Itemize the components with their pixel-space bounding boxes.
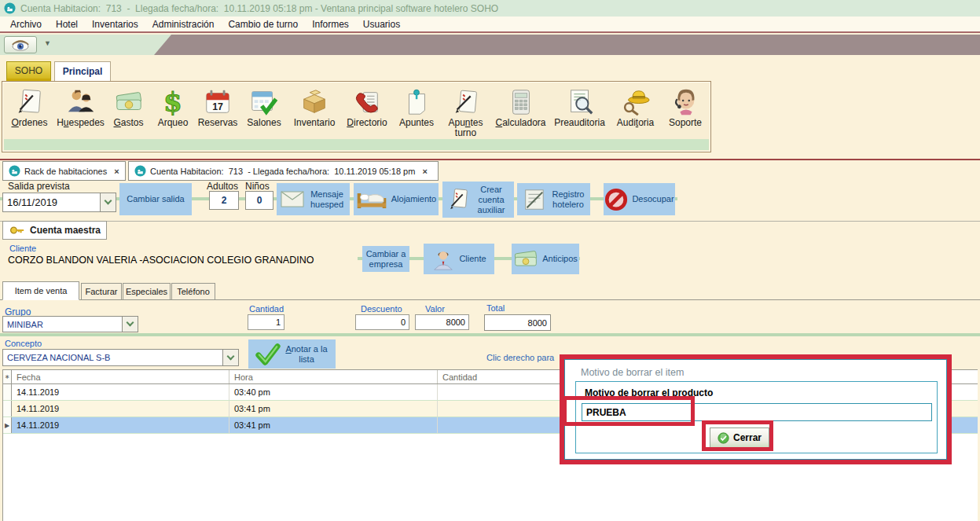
ribbon-button-soporte[interactable]: Soporte [662,84,709,138]
chevron-down-icon[interactable]: ▼ [44,39,51,47]
row-selector-arrow-icon: ▶ [3,417,12,433]
ribbon-tab-principal-label: Principal [63,66,103,77]
cantidad-value: 1 [276,317,281,327]
ribbon-button-gastos[interactable]: Gastos [106,84,151,138]
ribbon-button-reservas[interactable]: 17Reservas [195,84,240,138]
anticipos-button[interactable]: Anticipos [512,244,579,274]
ribbon-tab-principal[interactable]: Principal [54,61,111,81]
cambiar-a-empresa-button[interactable]: Cambiar a empresa [362,246,409,272]
doc-tab-rack-habitaciones[interactable]: Rack de habitaciones × [2,161,126,181]
mensaje-huesped-button[interactable]: Mensaje huesped [277,183,350,215]
cambiar-salida-button[interactable]: Cambiar salida [119,183,192,215]
preaudit-icon [565,86,595,117]
grid-cell[interactable]: 03:41 pm [229,417,438,433]
soho-main-window: Cuenta Habitacion: 713 - Llegada fecha/h… [0,0,980,521]
chevron-down-icon[interactable] [100,193,116,211]
menubar-items: ArchivoHotelInventariosAdministraciónCam… [0,17,980,33]
concepto-combobox[interactable]: CERVEZA NACIONAL S-B [2,349,239,366]
adultos-field[interactable]: 2 [209,191,239,210]
cantidad-label: Cantidad [249,304,284,314]
ribbon-button-label: Directorio [347,118,387,128]
grupo-combobox[interactable]: MINIBAR [2,316,138,332]
desocupar-button[interactable]: Desocupar [604,183,675,215]
valor-input[interactable]: 8000 [415,314,469,330]
menu-item-archivo[interactable]: Archivo [3,17,49,31]
total-input[interactable]: 8000 [484,314,551,331]
ninos-field[interactable]: 0 [245,191,273,210]
menu-item-administracion[interactable]: Administración [145,17,222,31]
cliente-button[interactable]: Cliente [424,244,494,274]
cantidad-input[interactable]: 1 [248,314,284,330]
ribbon-button-apuntes[interactable]: Apuntes [393,84,440,138]
ribbon-button-label: Preauditoria [554,118,605,128]
doc-tab-cuenta-habitacion[interactable]: Cuenta Habitacion: 713 - Llegada fecha/h… [128,161,439,181]
menu-item-cambio-de-turno[interactable]: Cambio de turno [221,17,305,31]
descuento-value: 0 [401,317,406,327]
row-selector [3,401,12,416]
ribbon-button-salones[interactable]: Salones [240,84,288,138]
ninos-value: 0 [257,195,262,206]
ribbon-button-label: Gastos [113,118,143,128]
alojamiento-button[interactable]: Alojamiento [354,183,439,215]
menu-item-informes[interactable]: Informes [305,17,356,31]
concepto-value: CERVEZA NACIONAL S-B [3,353,222,362]
ribbon-button-directorio[interactable]: Directorio [341,84,393,138]
menu-item-inventarios[interactable]: Inventarios [85,17,145,31]
chevron-down-icon[interactable] [122,317,138,332]
ribbon-button-label: Apuntes [399,118,434,128]
tab-cuenta-maestra[interactable]: Cuenta maestra [2,221,107,240]
grid-cell[interactable]: 03:41 pm [229,401,438,416]
salida-prevista-label: Salida prevista [8,181,70,192]
salons-icon [249,86,279,117]
crear-cuenta-auxiliar-button[interactable]: Crear cuenta auxiliar [442,182,514,218]
chevron-down-icon[interactable] [222,350,238,365]
menu-item-hotel[interactable]: Hotel [49,17,85,31]
eye-icon [10,39,31,51]
ribbon-button-calculadora[interactable]: Calculadora [491,84,550,138]
tab-telefono[interactable]: Teléfono [171,283,215,300]
grid-column-header-fecha[interactable]: Fecha [12,370,229,383]
registro-hotelero-button[interactable]: Registro hotelero [517,183,590,215]
ribbon-button-label: Soporte [669,118,702,128]
button-label: Cliente [459,254,486,264]
grupo-value: MINIBAR [3,320,122,329]
ribbon-button-apuntes-turno[interactable]: Apuntes turno [440,84,491,138]
green-divider-line [0,333,980,336]
ribbon-bottom-strip [4,139,709,150]
menu-item-usuarios[interactable]: Usuarios [356,17,407,31]
tab-item-de-venta[interactable]: Item de venta [2,281,79,300]
orders-icon [15,86,45,117]
grid-cell[interactable]: 14.11.2019 [12,417,229,433]
support-icon [670,86,700,117]
ribbon-button-preauditoria[interactable]: Preauditoria [550,84,609,138]
ribbon-button-inventario[interactable]: Inventario [288,84,341,138]
grid-cell[interactable]: 03:40 pm [229,384,438,400]
ribbon-button-label: Huespedes [57,118,105,128]
svg-text:$: $ [163,87,182,117]
salida-prevista-combobox[interactable]: 16/11/2019 [2,193,116,212]
button-label: Alojamiento [391,194,436,204]
tab-facturar[interactable]: Facturar [81,283,122,300]
grid-cell[interactable]: 14.11.2019 [12,401,229,416]
close-icon[interactable]: × [114,167,119,176]
eye-quick-button[interactable] [4,36,37,53]
stay-action-row: Salida prevista 16/11/2019 Cambiar salid… [0,180,980,221]
close-icon[interactable]: × [422,167,427,176]
tab-especiales[interactable]: Especiales [123,283,171,300]
tab-label: Facturar [86,287,118,296]
ribbon-button-arqueo[interactable]: $Arqueo [151,84,195,138]
anotar-a-la-lista-button[interactable]: Anotar a la lista [248,339,336,369]
reservations-icon: 17 [203,86,233,117]
grid-column-header-hora[interactable]: Hora [229,370,438,383]
total-value: 8000 [528,318,547,328]
grid-cell[interactable]: 14.11.2019 [12,384,229,400]
ribbon-tab-soho[interactable]: SOHO [6,61,51,81]
doc-tab-label: Rack de habitaciones [24,167,107,176]
button-label: Cambiar a empresa [365,249,407,270]
ribbon-button-huespedes[interactable]: Huespedes [55,84,106,138]
ribbon-button-auditoria[interactable]: Auditoria [609,84,662,138]
check-icon [255,343,281,365]
ribbon-button-ordenes[interactable]: Ordenes [4,84,55,138]
ninos-label: Niños [245,181,270,192]
descuento-input[interactable]: 0 [355,314,409,330]
